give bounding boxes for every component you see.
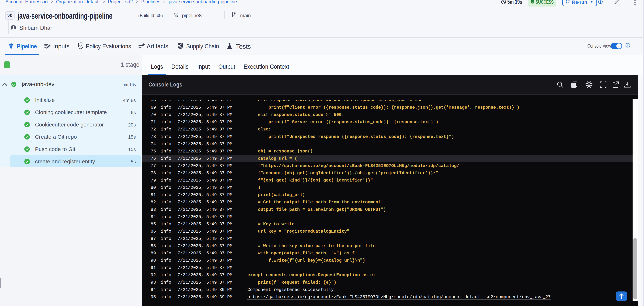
svg-text:</>: </> xyxy=(175,14,178,16)
